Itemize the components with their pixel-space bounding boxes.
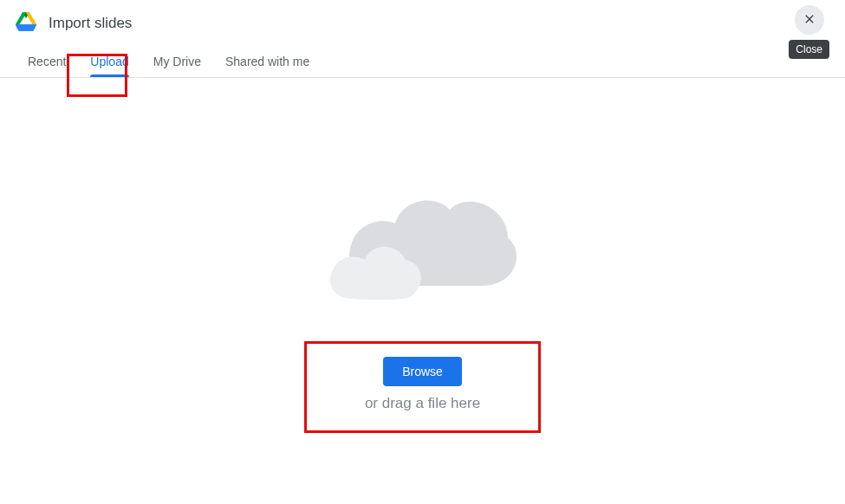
dialog-title: Import slides [49,15,132,32]
svg-marker-1 [16,12,26,24]
tab-recent[interactable]: Recent [16,46,78,77]
tab-my-drive[interactable]: My Drive [141,46,213,77]
dialog-header: Import slides Close [0,0,845,43]
cloud-front-icon [323,238,427,303]
close-tooltip: Close [789,40,829,59]
tab-bar: Recent Upload My Drive Shared with me [0,43,845,78]
browse-button[interactable]: Browse [383,357,462,386]
close-area: Close [789,5,829,59]
annotation-highlight-action [304,341,541,433]
drive-logo-icon [16,12,49,35]
cloud-illustration [323,191,523,312]
upload-panel: Browse or drag a file here [0,78,845,433]
tab-upload[interactable]: Upload [78,46,140,77]
close-icon [803,12,816,29]
tab-shared-with-me[interactable]: Shared with me [213,46,322,77]
svg-marker-2 [16,24,36,30]
upload-action-area: Browse or drag a file here [304,341,541,433]
drag-hint-text: or drag a file here [365,395,480,412]
close-button[interactable] [795,5,824,35]
